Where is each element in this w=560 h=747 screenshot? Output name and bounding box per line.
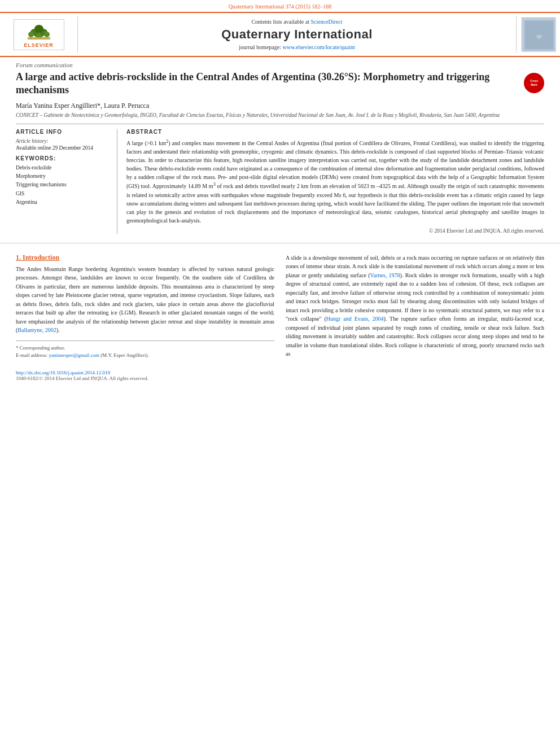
sciencedirect-link[interactable]: ScienceDirect [310,19,342,25]
elsevier-label: ELSEVIER [24,42,54,48]
article-info-section: ARTICLE INFO Article history: Available … [16,129,110,151]
article-available: Available online 29 December 2014 [16,145,110,151]
corresponding-footnote: * Corresponding author. [16,344,274,352]
body-two-col: 1. Introduction The Andes Mountain Range… [16,254,544,362]
article-info-abstract: ARTICLE INFO Article history: Available … [16,124,544,234]
email-footnote: E-mail address: yaninaesper@gmail.com (M… [16,352,274,360]
article-info-heading: ARTICLE INFO [16,129,110,135]
journal-cover-image: QI [522,18,555,51]
journal-homepage-link[interactable]: www.elsevier.com/locate/quaint [283,44,355,50]
journal-top-bar: Quaternary International 374 (2015) 182–… [0,0,560,12]
email-link[interactable]: yaninaesper@gmail.com [49,352,99,358]
svg-text:Cross: Cross [530,79,538,82]
intro-right-text: A slide is a downslope movement of soil,… [286,254,544,359]
ballantyne-link[interactable]: Ballantyne, 2002 [18,327,56,333]
copyright-line: © 2014 Elsevier Ltd and INQUA. All right… [126,228,544,234]
abstract-text: A large (>0.1 km2) and complex mass move… [126,138,544,225]
journal-title-area: Contents lists available at ScienceDirec… [78,16,516,53]
keyword-1: Debris-rockslide [16,164,110,172]
svg-point-5 [28,32,34,37]
keyword-4: GIS [16,190,110,198]
intro-left-text: The Andes Mountain Range bordering Argen… [16,265,274,335]
abstract-section: ABSTRACT A large (>0.1 km2) and complex … [126,129,544,234]
article-title-area: A large and active debris-rockslide in t… [16,71,544,97]
elsevier-logo: ELSEVIER [14,19,64,50]
svg-text:QI: QI [536,34,541,39]
keyword-5: Argentina [16,198,110,207]
science-direct-info: Contents lists available at ScienceDirec… [251,19,342,25]
keywords-heading: Keywords: [16,155,110,161]
section-divider [0,243,560,243]
article-content: Forum communication A large and active d… [0,57,560,238]
journal-title: Quaternary International [221,27,373,42]
footer-bar: http://dx.doi.org/10.1016/j.quaint.2014.… [0,368,560,383]
svg-text:Mark: Mark [531,83,537,86]
crossmark-badge: Cross Mark [524,73,544,93]
authors-text: María Yanina Esper Angillieri*, Laura P.… [16,102,149,110]
svg-point-6 [44,32,50,37]
cover-image-icon: QI [522,18,556,52]
intro-heading: 1. Introduction [16,254,274,262]
journal-logo-area: ELSEVIER [5,16,78,53]
article-info-column: ARTICLE INFO Article history: Available … [16,129,117,234]
journal-citation: Quaternary International 374 (2015) 182–… [229,3,332,10]
keyword-3: Triggering mechanisms [16,181,110,189]
journal-homepage: journal homepage: www.elsevier.com/locat… [239,44,355,50]
body-content: 1. Introduction The Andes Mountain Range… [0,248,560,368]
abstract-column: ABSTRACT A large (>0.1 km2) and complex … [126,129,544,234]
body-col-left: 1. Introduction The Andes Mountain Range… [16,254,274,362]
article-title-text: A large and active debris-rockslide in t… [16,71,518,97]
keyword-2: Morphometry [16,172,110,181]
hungr-link[interactable]: Hungr and Evans, 2004 [326,316,384,322]
footnote-area: * Corresponding author. E-mail address: … [16,340,274,360]
journal-thumbnail: QI [516,16,555,53]
affiliation-line: CONICET – Gabinete de Neotectónica y Geo… [16,112,544,119]
elsevier-tree-icon [22,21,56,41]
article-history-label: Article history: [16,138,110,144]
issn-text: 1040-6182/© 2014 Elsevier Ltd and INQUA.… [16,375,148,381]
svg-rect-7 [28,37,50,40]
page-wrapper: Quaternary International 374 (2015) 182–… [0,0,560,383]
crossmark-icon: Cross Mark [526,75,542,91]
forum-label: Forum communication [16,62,544,68]
authors-line: María Yanina Esper Angillieri*, Laura P.… [16,102,544,110]
body-col-right: A slide is a downslope movement of soil,… [286,254,544,362]
keywords-section: Keywords: Debris-rockslide Morphometry T… [16,155,110,207]
varnes-link[interactable]: Varnes, 1978 [370,272,400,278]
journal-header: ELSEVIER Contents lists available at Sci… [0,12,560,57]
doi-link[interactable]: http://dx.doi.org/10.1016/j.quaint.2014.… [16,370,110,375]
abstract-heading: ABSTRACT [126,129,544,135]
svg-point-4 [34,25,43,33]
